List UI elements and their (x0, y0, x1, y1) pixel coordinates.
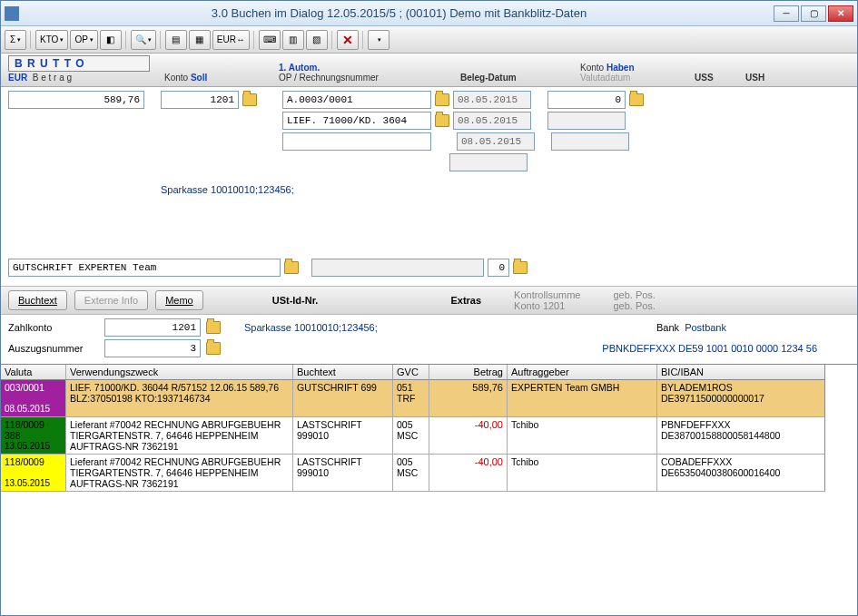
btext-cell: LASTSCHRIFT 999010 (293, 455, 393, 492)
tab-externe-info[interactable]: Externe Info (74, 290, 148, 310)
bic-cell: PBNFDEFFXXX DE38700158800058144800 (657, 417, 825, 455)
field-headers: B R U T T O EUR B e t r a g Konto Soll 1… (1, 54, 857, 87)
zahlkonto-label: Zahlkonto (8, 322, 99, 333)
entry-form: Sparkasse 10010010;123456; (1, 87, 857, 286)
valuta-input-1[interactable] (547, 112, 626, 130)
buchtext-num-input[interactable] (488, 259, 509, 277)
window-title: 3.0 Buchen im Dialog 12.05.2015/5 ; (001… (25, 6, 774, 20)
beleg-datum-input-1[interactable] (453, 91, 531, 109)
tool-button-1[interactable]: ◧ (100, 30, 122, 50)
col-bic-header[interactable]: BIC/IBAN (657, 365, 825, 380)
op-button[interactable]: OP▾ (70, 30, 97, 50)
op-input-2[interactable] (282, 112, 431, 130)
konto-haben-input[interactable] (547, 91, 626, 109)
extras-label: Extras (450, 295, 481, 306)
col-gvc-header[interactable]: GVC (393, 365, 429, 380)
eur-label: EUR (8, 73, 27, 83)
zahl-section: Zahlkonto Sparkasse 10010010;123456; Ban… (1, 315, 857, 364)
beleg-datum-input-4[interactable] (449, 153, 528, 171)
table-row[interactable]: 118/000938813.05.2015Lieferant #70042 RE… (1, 417, 857, 455)
col-valuta-header[interactable]: Valuta (1, 365, 66, 380)
folder-icon[interactable] (513, 261, 528, 274)
folder-icon[interactable] (435, 93, 449, 106)
delete-button[interactable]: ✕ (337, 30, 359, 50)
konto-soll-label: Konto (164, 73, 188, 83)
eur-button[interactable]: EUR↔ (212, 30, 250, 50)
app-icon (5, 6, 19, 21)
zahlkonto-input[interactable] (104, 318, 201, 337)
tab-memo[interactable]: Memo (155, 290, 203, 310)
betrag-cell: -40,00 (429, 417, 508, 455)
betrag-input[interactable] (8, 91, 144, 109)
col-vzweck-header[interactable]: Verwendungszweck (66, 365, 293, 380)
auftrag-cell: Tchibo (508, 417, 657, 455)
tool-button-3[interactable]: ▦ (189, 30, 211, 50)
bic-cell: COBADEFFXXX DE65350400380600016400 (657, 455, 825, 492)
vzweck-cell: LIEF. 71000/KD. 36044 R/57152 12.06.15 5… (66, 380, 293, 417)
tool-button-4[interactable]: ▥ (282, 30, 304, 50)
kontrollsumme-label: Kontrollsumme (514, 289, 580, 300)
gvc-cell: 051 TRF (393, 380, 429, 417)
folder-icon[interactable] (206, 321, 221, 334)
op-input-1[interactable] (282, 91, 431, 109)
geb-pos-label-2: geb. Pos. (613, 300, 655, 311)
sigma-button[interactable]: Σ▾ (5, 30, 26, 50)
op-rechnung-label: OP / Rechnungsnummer (279, 73, 442, 83)
betrag-cell: -40,00 (429, 455, 508, 492)
valuta-cell: 003/0001 08.05.2015 (1, 380, 66, 417)
btext-cell: GUTSCHRIFT 699 (293, 380, 393, 417)
folder-icon[interactable] (284, 261, 299, 274)
col-btext-header[interactable]: Buchtext (293, 365, 393, 380)
bic-cell: BYLADEM1ROS DE39711500000000017 (657, 380, 825, 417)
ush-label: USH (745, 73, 791, 83)
transaction-grid: Valuta Verwendungszweck Buchtext GVC Bet… (1, 364, 857, 615)
konto-haben-label: Konto (580, 63, 604, 73)
ust-id-input[interactable] (311, 259, 484, 277)
valutadatum-label: Valutadatum (580, 73, 689, 83)
soll-bank-info: Sparkasse 10010010;123456; (161, 184, 850, 195)
folder-icon[interactable] (206, 342, 221, 355)
betrag-cell: 589,76 (429, 380, 508, 417)
tool-button-2[interactable]: ▤ (165, 30, 187, 50)
auftrag-cell: EXPERTEN Team GMBH (508, 380, 657, 417)
auftrag-cell: Tchibo (508, 455, 657, 492)
table-row[interactable]: 118/0009 13.05.2015Lieferant #70042 RECH… (1, 455, 857, 492)
auszugsnummer-input[interactable] (104, 339, 201, 357)
table-row[interactable]: 003/0001 08.05.2015LIEF. 71000/KD. 36044… (1, 380, 857, 417)
maximize-button[interactable]: ▢ (801, 5, 826, 22)
bank-label: Bank (656, 322, 679, 333)
auszugsnummer-label: Auszugsnummer (8, 343, 99, 354)
close-button[interactable]: ✕ (828, 5, 853, 22)
vzweck-cell: Lieferant #70042 RECHNUNG ABRUFGEBUEHR T… (66, 455, 293, 492)
main-toolbar: Σ▾ KTO▾ OP▾ ◧ 🔍▾ ▤ ▦ EUR↔ ⌨ ▥ ▧ ✕ ▾ (1, 26, 857, 54)
uss-label: USS (695, 73, 740, 83)
folder-icon[interactable] (629, 93, 644, 106)
geb-pos-label-1: geb. Pos. (613, 289, 655, 300)
keyboard-button[interactable]: ⌨ (259, 30, 281, 50)
buchtext-input[interactable] (8, 259, 281, 277)
tool-button-5[interactable]: ▧ (306, 30, 328, 50)
beleg-datum-label: Beleg-Datum (460, 73, 575, 83)
folder-icon[interactable] (435, 114, 449, 127)
valuta-input-2[interactable] (551, 132, 629, 151)
tool-dropdown[interactable]: ▾ (368, 30, 390, 50)
btext-cell: LASTSCHRIFT 999010 (293, 417, 393, 455)
minimize-button[interactable]: ─ (774, 5, 799, 22)
col-betrag-header[interactable]: Betrag (429, 365, 508, 380)
op-input-3[interactable] (282, 132, 431, 151)
autom-label: 1. Autom. (279, 63, 320, 73)
kto-button[interactable]: KTO▾ (35, 30, 68, 50)
gvc-cell: 005 MSC (393, 455, 429, 492)
iban-display: PBNKDEFFXXX DE59 1001 0010 0000 1234 56 (602, 343, 817, 354)
folder-icon[interactable] (242, 93, 257, 106)
tab-buchtext[interactable]: Buchtext (8, 290, 67, 310)
beleg-datum-input-3[interactable] (457, 132, 535, 151)
ust-id-label: USt-Id-Nr. (272, 295, 319, 306)
col-auftrag-header[interactable]: Auftraggeber (508, 365, 657, 380)
brutto-indicator: B R U T T O (8, 55, 150, 72)
tab-band: Buchtext Externe Info Memo USt-Id-Nr. Ex… (1, 286, 857, 315)
konto-soll-input[interactable] (161, 91, 239, 109)
bank-name: Postbank (685, 322, 726, 333)
beleg-datum-input-2[interactable] (453, 112, 531, 130)
search-button[interactable]: 🔍▾ (131, 30, 156, 50)
